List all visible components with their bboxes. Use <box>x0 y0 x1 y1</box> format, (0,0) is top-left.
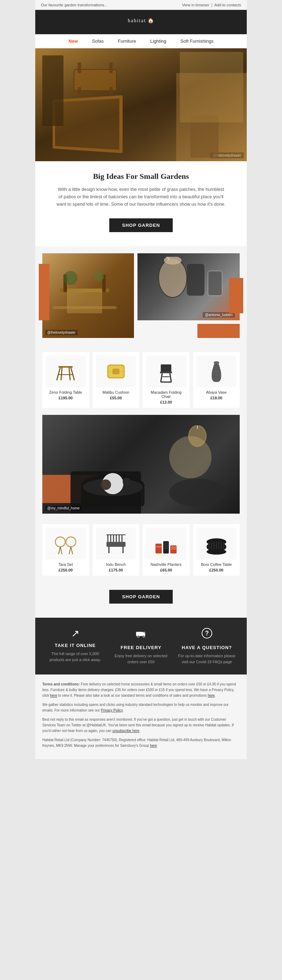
svg-point-41 <box>100 479 111 490</box>
product-image-macadam[interactable] <box>146 356 186 387</box>
product-macadam: Macadam Folding Chair £12.00 <box>143 352 190 408</box>
nav-item-sofas[interactable]: Sofas <box>92 38 104 44</box>
product-tara: Tara Set £250.00 <box>42 524 89 576</box>
shop-garden-button-2[interactable]: SHOP GARDEN <box>109 590 173 604</box>
product-price-nashville: £65.00 <box>146 568 186 572</box>
svg-line-47 <box>69 547 71 554</box>
product-name-malibu: Malibu Cushion <box>96 390 136 395</box>
product-image-tara[interactable] <box>46 528 86 560</box>
product-name-zeno: Zeno Folding Table <box>46 390 86 395</box>
product-image-boru[interactable] <box>197 528 236 560</box>
product-image-malibu[interactable] <box>96 356 136 387</box>
question-desc: For up-to-date information please visit … <box>177 653 236 665</box>
svg-rect-15 <box>208 271 222 296</box>
svg-rect-3 <box>78 87 81 94</box>
svg-point-32 <box>214 361 219 364</box>
svg-rect-77 <box>136 632 143 636</box>
nav-item-lighting[interactable]: Lighting <box>150 38 166 44</box>
main-title: Big Ideas For Small Gardens <box>42 172 240 181</box>
svg-rect-49 <box>106 542 125 547</box>
svg-text:?: ? <box>205 630 209 637</box>
feature-image: @my_mindful_home <box>42 415 240 514</box>
legal-company: Habitat Retail Ltd (Company Number: 7445… <box>42 737 240 749</box>
email-header: habitat🏠 <box>35 10 247 34</box>
svg-rect-9 <box>53 306 116 309</box>
product-name-nashville: Nashville Planters <box>146 562 186 566</box>
product-price-tara: £250.00 <box>46 568 86 572</box>
navigation: New Sofas Furniture Lighting Soft Furnis… <box>35 34 247 48</box>
legal-stats: We gather statistics including opens and… <box>42 702 240 713</box>
product-boru: Boru Coffee Table £250.00 <box>193 524 240 576</box>
svg-point-76 <box>207 549 226 555</box>
svg-rect-26 <box>161 364 171 371</box>
nav-item-new[interactable]: New <box>68 38 78 44</box>
unsubscribe-link[interactable]: unsubscribe here <box>112 729 139 733</box>
footer-take-online: ↗ TAKE IT ONLINE The full range of over … <box>42 628 108 665</box>
product-image-indu[interactable] <box>96 528 136 560</box>
product-nashville: Nashville Planters £65.00 <box>143 524 190 576</box>
product-row-2: Tara Set £250.00 <box>35 521 247 583</box>
nav-item-furniture[interactable]: Furniture <box>118 38 136 44</box>
main-description: With a little design know-how, even the … <box>56 186 226 208</box>
influencer-right-col: @antonia_ludden <box>138 253 240 338</box>
delivery-title: FREE DELIVERY <box>112 645 171 650</box>
delivery-icon <box>112 628 171 641</box>
svg-line-45 <box>60 547 62 554</box>
legal-terms: Terms and conditions: Free delivery on s… <box>42 682 240 698</box>
legal-terms-label: Terms and conditions: <box>42 682 80 686</box>
product-abaya: Abaya Vase £18.00 <box>193 352 240 408</box>
shop-garden-button-1[interactable]: SHOP GARDEN <box>109 218 173 232</box>
product-name-indu: Indu Bench <box>96 562 136 566</box>
svg-rect-8 <box>67 289 102 313</box>
svg-point-43 <box>55 537 65 547</box>
svg-line-20 <box>69 368 70 380</box>
product-image-abaya[interactable] <box>197 356 236 387</box>
influencer-grid: @thelovelydrawer @antonia_ludden <box>35 246 247 345</box>
svg-point-80 <box>137 635 139 638</box>
product-price-zeno: £195.00 <box>46 396 86 400</box>
legal-section: Terms and conditions: Free delivery on s… <box>35 675 247 759</box>
svg-rect-14 <box>187 264 204 296</box>
svg-line-18 <box>71 368 74 380</box>
svg-rect-4 <box>109 87 113 94</box>
product-name-abaya: Abaya Vase <box>197 390 236 395</box>
question-icon: ? <box>177 628 236 641</box>
product-name-boru: Boru Coffee Table <box>197 562 236 566</box>
svg-point-81 <box>143 635 145 638</box>
product-row-1: Zeno Folding Table £195.00 Malibu Cushio… <box>35 345 247 415</box>
nav-item-soft-furnishings[interactable]: Soft Furnishings <box>181 38 214 44</box>
delivery-desc: Enjoy free delivery on selected orders o… <box>112 653 171 665</box>
question-title: HAVE A QUESTION? <box>177 645 236 650</box>
footer-icons: ↗ TAKE IT ONLINE The full range of over … <box>35 618 247 675</box>
product-image-zeno[interactable] <box>46 356 86 387</box>
take-online-desc: The full range of over 5,000 products ar… <box>46 651 105 662</box>
logo: habitat🏠 <box>35 16 247 29</box>
sainsburys-group-link[interactable]: here <box>150 744 157 748</box>
privacy-policy-link-1[interactable]: here <box>50 694 57 697</box>
footer-question: ? HAVE A QUESTION? For up-to-date inform… <box>174 628 240 665</box>
feature-section: @my_mindful_home <box>35 415 247 521</box>
privacy-policy-link-2[interactable]: Privacy Policy <box>101 708 123 712</box>
product-name-tara: Tara Set <box>46 562 86 566</box>
product-name-macadam: Macadam Folding Chair <box>146 390 186 399</box>
svg-rect-1 <box>78 62 81 73</box>
svg-rect-61 <box>163 541 169 554</box>
svg-rect-31 <box>160 371 172 373</box>
product-price-indu: £175.00 <box>96 568 136 572</box>
top-bar-right: View in browser | Add to contacts <box>182 3 241 7</box>
take-online-title: TAKE IT ONLINE <box>46 643 105 648</box>
influencer-attr-left: @thelovelydrawer <box>45 330 78 335</box>
svg-line-19 <box>61 368 62 380</box>
footer-free-delivery: FREE DELIVERY Enjoy free delivery on sel… <box>108 628 174 665</box>
svg-point-46 <box>66 537 76 547</box>
take-online-icon: ↗ <box>46 628 105 639</box>
product-indu: Indu Bench £175.00 <box>93 524 139 576</box>
add-contacts-link[interactable]: Add to contacts <box>214 3 241 7</box>
shop-btn-area-2: SHOP GARDEN <box>35 583 247 618</box>
terms-conditions-link[interactable]: here <box>208 694 215 697</box>
product-image-nashville[interactable] <box>146 528 186 560</box>
influencer-attr-right: @antonia_ludden <box>203 312 235 318</box>
hero-image: @thelovelydrawer <box>35 48 247 161</box>
view-browser-link[interactable]: View in browser <box>182 3 209 7</box>
svg-rect-66 <box>170 546 177 554</box>
